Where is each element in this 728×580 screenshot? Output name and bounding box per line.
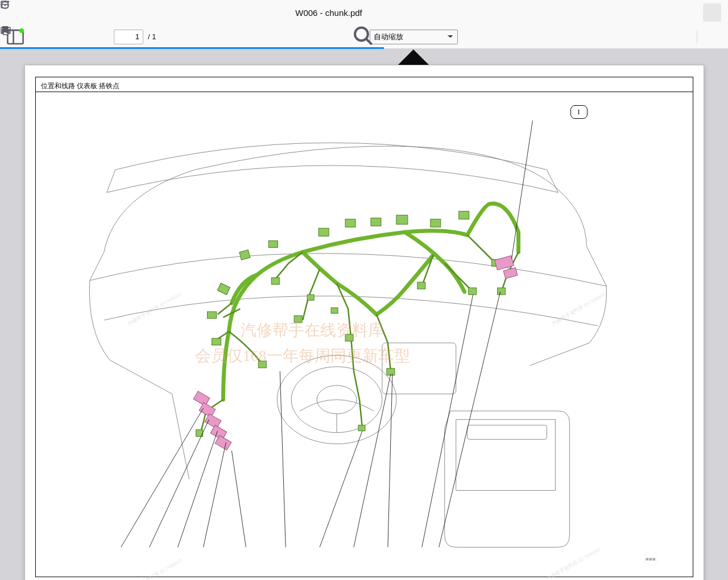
- svg-rect-54: [503, 268, 518, 279]
- tools-icon[interactable]: [703, 27, 722, 47]
- svg-rect-27: [258, 361, 266, 368]
- svg-rect-34: [370, 218, 380, 226]
- svg-rect-35: [396, 215, 407, 224]
- svg-rect-49: [199, 403, 216, 417]
- svg-rect-26: [212, 338, 221, 345]
- svg-line-56: [121, 408, 203, 548]
- pdf-viewer[interactable]: 位置和线路 仪表板 搭铁点: [0, 49, 728, 580]
- svg-line-59: [203, 442, 226, 548]
- svg-rect-36: [345, 334, 353, 341]
- target-icon[interactable]: [703, 3, 721, 22]
- wiring-diagram: I 汽修帮手在线资料库 会员仅168一年每周同更新车型 汽修帮手资料库 ID 7…: [36, 92, 693, 577]
- svg-line-57: [149, 420, 209, 548]
- loading-bar: [0, 47, 384, 49]
- svg-rect-48: [193, 391, 210, 406]
- svg-line-60: [231, 451, 246, 548]
- svg-rect-41: [458, 211, 469, 219]
- svg-rect-23: [467, 425, 547, 440]
- svg-rect-44: [497, 288, 505, 295]
- diagram-title: 位置和线路 仪表板 搭铁点: [41, 81, 119, 91]
- svg-line-62: [320, 431, 362, 548]
- callout-label-I: I: [570, 105, 588, 119]
- svg-rect-52: [215, 436, 231, 450]
- svg-line-64: [387, 374, 392, 547]
- pdf-page: 位置和线路 仪表板 搭铁点: [24, 65, 704, 580]
- pdf-toolbar: / 1 自动缩放: [0, 25, 728, 49]
- svg-line-55: [511, 121, 532, 259]
- svg-rect-45: [307, 295, 314, 300]
- svg-rect-29: [268, 241, 278, 247]
- svg-rect-24: [217, 283, 230, 295]
- svg-rect-31: [271, 277, 279, 284]
- svg-rect-33: [345, 219, 355, 227]
- svg-rect-50: [205, 414, 221, 429]
- svg-rect-40: [430, 219, 440, 227]
- svg-rect-30: [294, 316, 302, 322]
- svg-line-61: [280, 371, 286, 547]
- svg-line-58: [177, 431, 217, 548]
- title-bar: W006 - chunk.pdf: [0, 0, 728, 25]
- svg-line-65: [421, 295, 473, 547]
- svg-rect-32: [318, 228, 329, 236]
- qr-code-icon: ▦▦▦: [637, 545, 664, 572]
- svg-rect-42: [468, 288, 476, 295]
- svg-rect-46: [331, 308, 338, 313]
- svg-rect-38: [358, 425, 365, 431]
- svg-rect-28: [239, 250, 250, 260]
- svg-rect-25: [207, 312, 216, 318]
- svg-rect-39: [417, 282, 425, 289]
- svg-point-6: [5, 5, 6, 6]
- dashboard-diagram-svg: [36, 92, 693, 577]
